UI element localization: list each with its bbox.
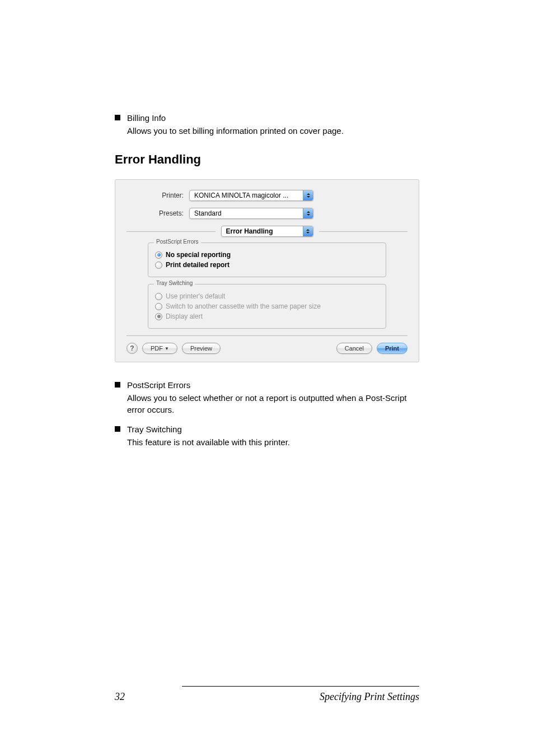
radio-unselected-icon	[155, 293, 162, 300]
radio-selected-icon	[155, 313, 162, 320]
billing-desc: Allows you to set billing information pr…	[127, 125, 344, 137]
use-printers-default-radio: Use printer's default	[155, 292, 379, 300]
preview-button[interactable]: Preview	[182, 343, 221, 354]
footer-divider	[182, 686, 419, 687]
radio-label: Switch to another cassette with the same…	[166, 302, 321, 310]
radio-unselected-icon	[155, 262, 162, 269]
radio-selected-icon	[155, 251, 162, 259]
chevron-down-icon: ▼	[165, 346, 169, 351]
no-special-reporting-radio[interactable]: No special reporting	[155, 251, 379, 259]
error-handling-heading: Error Handling	[115, 152, 419, 167]
print-dialog: Printer: KONICA MINOLTA magicolor ... Pr…	[115, 179, 419, 362]
bullet-square-icon	[115, 426, 120, 432]
chevron-updown-icon	[303, 208, 313, 218]
postscript-errors-legend: PostScript Errors	[154, 239, 201, 245]
page-number: 32	[115, 691, 125, 703]
print-button[interactable]: Print	[377, 343, 407, 354]
pdf-button-label: PDF	[151, 345, 163, 352]
divider	[127, 335, 407, 336]
radio-unselected-icon	[155, 303, 162, 310]
billing-title: Billing Info	[127, 113, 166, 123]
presets-select[interactable]: Standard	[189, 208, 313, 219]
printer-label: Printer:	[127, 192, 189, 199]
postscript-errors-fieldset: PostScript Errors No special reporting P…	[148, 242, 386, 277]
cancel-button[interactable]: Cancel	[336, 343, 372, 354]
tray-switching-fieldset: Tray Switching Use printer's default Swi…	[148, 284, 386, 329]
help-button[interactable]: ?	[127, 343, 138, 354]
bullet-square-icon	[115, 382, 120, 388]
divider	[127, 231, 216, 232]
bullet-square-icon	[115, 115, 120, 120]
radio-label: Use printer's default	[166, 292, 225, 300]
radio-label: Print detailed report	[166, 261, 229, 269]
chevron-updown-icon	[303, 226, 313, 236]
postscript-title: PostScript Errors	[127, 380, 190, 390]
postscript-desc: Allows you to select whether or not a re…	[127, 392, 419, 416]
display-alert-radio: Display alert	[155, 312, 379, 320]
postscript-errors-item: PostScript Errors Allows you to select w…	[115, 379, 419, 416]
printer-select-value: KONICA MINOLTA magicolor ...	[194, 192, 303, 199]
section-select[interactable]: Error Handling	[221, 226, 313, 237]
tray-switching-legend: Tray Switching	[154, 280, 195, 286]
divider	[319, 231, 408, 232]
tray-desc: This feature is not available with this …	[127, 436, 290, 448]
chevron-updown-icon	[303, 190, 313, 200]
billing-info-item: Billing Info Allows you to set billing i…	[115, 112, 419, 137]
presets-select-value: Standard	[194, 209, 303, 217]
footer-title: Specifying Print Settings	[320, 691, 419, 703]
radio-label: No special reporting	[166, 251, 231, 259]
tray-switching-item: Tray Switching This feature is not avail…	[115, 423, 419, 448]
radio-label: Display alert	[166, 312, 203, 320]
pdf-button[interactable]: PDF ▼	[142, 343, 177, 354]
switch-cassette-radio: Switch to another cassette with the same…	[155, 302, 379, 310]
section-select-value: Error Handling	[226, 227, 303, 235]
print-detailed-report-radio[interactable]: Print detailed report	[155, 261, 379, 269]
presets-label: Presets:	[127, 209, 189, 217]
page-footer: 32 Specifying Print Settings	[115, 686, 419, 703]
tray-title: Tray Switching	[127, 424, 182, 434]
printer-select[interactable]: KONICA MINOLTA magicolor ...	[189, 190, 313, 201]
